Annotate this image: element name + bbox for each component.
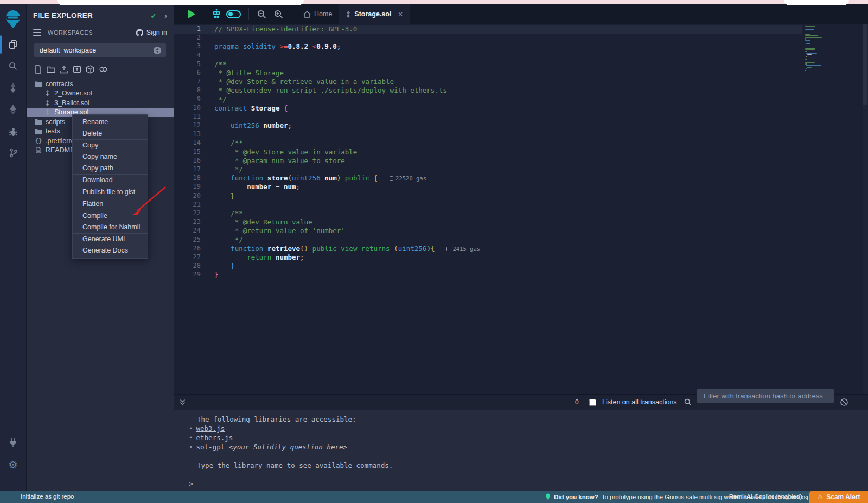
code-line-10[interactable]: contract Storage { bbox=[174, 104, 802, 113]
code-line-15[interactable]: * @dev Store value in variable bbox=[174, 148, 802, 157]
tree-item-label: 2_Owner.sol bbox=[54, 89, 92, 97]
sidebar-item-git[interactable] bbox=[0, 142, 26, 164]
sidebar-item-plugin-manager[interactable] bbox=[0, 432, 26, 454]
terminal-search-icon[interactable] bbox=[684, 398, 692, 407]
code-editor[interactable]: 1234567891011121314151617181920212223242… bbox=[174, 24, 868, 394]
code-line-20[interactable]: } bbox=[174, 192, 802, 201]
terminal-header: 0 Listen on all transactions bbox=[174, 394, 868, 410]
sidebar-item-settings[interactable]: ⚙ bbox=[0, 454, 26, 475]
ai-copilot-robot-icon[interactable] bbox=[211, 9, 222, 20]
code-line-12[interactable]: uint256 number; bbox=[174, 121, 802, 130]
sidebar-item-search[interactable] bbox=[0, 55, 26, 77]
home-icon bbox=[303, 11, 311, 18]
tab-storage-sol[interactable]: Storage.sol ✕ bbox=[339, 4, 409, 24]
code-content[interactable]: // SPDX-License-Identifier: GPL-3.0pragm… bbox=[174, 25, 802, 279]
init-git-repo-button[interactable]: Initialize as git repo bbox=[21, 493, 74, 500]
code-line-4[interactable] bbox=[174, 51, 802, 60]
close-tab-icon[interactable]: ✕ bbox=[398, 11, 403, 18]
tree-item-2-owner-sol[interactable]: 2_Owner.sol bbox=[27, 89, 174, 99]
link-icon[interactable] bbox=[99, 65, 108, 74]
code-line-1[interactable]: // SPDX-License-Identifier: GPL-3.0 bbox=[174, 25, 802, 34]
menu-item-copy-path[interactable]: Copy path bbox=[73, 163, 148, 174]
code-line-13[interactable] bbox=[174, 130, 802, 139]
code-line-5[interactable]: /** bbox=[174, 60, 802, 69]
terminal-line: •ethers.js bbox=[189, 433, 868, 442]
sidebar-item-deploy-run[interactable] bbox=[0, 99, 26, 120]
code-line-22[interactable]: /** bbox=[174, 209, 802, 218]
hamburger-menu-icon[interactable] bbox=[33, 28, 41, 37]
chevron-right-icon[interactable]: › bbox=[164, 11, 167, 20]
menu-item-flatten[interactable]: Flatten bbox=[73, 198, 148, 210]
terminal-collapse-icon[interactable] bbox=[179, 399, 186, 406]
terminal-output[interactable]: The following libraries are accessible:•… bbox=[174, 410, 868, 491]
transaction-filter-input[interactable] bbox=[697, 389, 834, 403]
solidity-icon bbox=[43, 109, 52, 115]
zoom-in-icon[interactable] bbox=[273, 9, 284, 20]
gas-estimate: 22520 gas bbox=[390, 175, 426, 182]
code-line-7[interactable]: * @dev Store & retrieve value in a varia… bbox=[174, 78, 802, 86]
listen-all-transactions-label: Listen on all transactions bbox=[602, 398, 677, 406]
tree-item-label: tests bbox=[46, 127, 60, 135]
tree-item-3-ballot-sol[interactable]: 3_Ballot.sol bbox=[27, 98, 174, 108]
copilot-status[interactable]: RemixAI Copilot (enabled) bbox=[729, 493, 802, 500]
scam-alert-label: Scam Alert bbox=[826, 493, 860, 501]
upload-folder-icon[interactable] bbox=[73, 65, 81, 74]
code-line-28[interactable]: } bbox=[174, 262, 802, 270]
sidebar-item-debugger[interactable] bbox=[0, 120, 26, 142]
tab-home[interactable]: Home bbox=[297, 4, 339, 24]
menu-item-compile[interactable]: Compile bbox=[73, 210, 148, 222]
sidebar-item-solidity-compiler[interactable] bbox=[0, 77, 26, 99]
new-folder-icon[interactable] bbox=[47, 65, 55, 74]
code-line-9[interactable]: */ bbox=[174, 95, 802, 104]
menu-item-generate-uml[interactable]: Generate UML bbox=[73, 234, 148, 245]
plug-icon bbox=[8, 438, 18, 448]
editor-scrollbar[interactable] bbox=[863, 24, 868, 394]
code-line-21[interactable] bbox=[174, 201, 802, 209]
folder-icon bbox=[34, 128, 43, 134]
terminal-link[interactable]: ethers.js bbox=[196, 434, 233, 442]
activity-bar: ⚙ bbox=[0, 0, 26, 491]
sidebar-item-file-explorer[interactable] bbox=[0, 34, 26, 55]
menu-item-publish-file-to-gist[interactable]: Publish file to gist bbox=[73, 186, 148, 198]
code-line-8[interactable]: * @custom:dev-run-script ./scripts/deplo… bbox=[174, 86, 802, 95]
listen-all-transactions-checkbox[interactable] bbox=[589, 399, 596, 406]
minimap[interactable] bbox=[802, 26, 840, 72]
code-line-3[interactable]: pragma solidity >=0.8.2 <0.9.0; bbox=[174, 42, 802, 51]
cube-icon[interactable] bbox=[86, 65, 94, 74]
code-line-11[interactable] bbox=[174, 113, 802, 121]
run-script-button[interactable] bbox=[188, 10, 195, 18]
code-line-6[interactable]: * @title Storage bbox=[174, 69, 802, 78]
code-line-14[interactable]: /** bbox=[174, 139, 802, 147]
code-line-29[interactable]: } bbox=[174, 270, 802, 279]
menu-item-copy-name[interactable]: Copy name bbox=[73, 151, 148, 163]
upload-file-icon[interactable] bbox=[60, 65, 68, 74]
code-line-23[interactable]: * @dev Return value bbox=[174, 218, 802, 227]
code-line-2[interactable] bbox=[174, 34, 802, 42]
copilot-toggle[interactable] bbox=[226, 10, 241, 18]
terminal-link[interactable]: web3.js bbox=[196, 424, 225, 433]
menu-item-copy[interactable]: Copy bbox=[73, 140, 148, 151]
code-line-24[interactable]: * @return value of 'number' bbox=[174, 227, 802, 235]
check-icon: ✓ bbox=[150, 11, 157, 20]
code-line-27[interactable]: return number; bbox=[174, 253, 802, 262]
clear-console-icon[interactable] bbox=[840, 398, 848, 407]
workspace-select[interactable]: default_workspace bbox=[34, 43, 166, 57]
code-line-26[interactable]: function retrieve() public view returns … bbox=[174, 244, 802, 253]
code-line-25[interactable]: */ bbox=[174, 236, 802, 244]
sign-in-button[interactable]: Sign in bbox=[136, 29, 167, 37]
tree-item-contracts[interactable]: contracts bbox=[27, 79, 174, 89]
menu-item-compile-for-nahmii[interactable]: Compile for Nahmii bbox=[73, 222, 148, 233]
zoom-out-icon[interactable] bbox=[257, 9, 267, 20]
menu-item-delete[interactable]: Delete bbox=[73, 128, 148, 139]
scam-alert-button[interactable]: ⚠ Scam Alert bbox=[809, 491, 868, 503]
code-line-18[interactable]: function store(uint256 num) public {2252… bbox=[174, 174, 802, 183]
code-line-16[interactable]: * @param num value to store bbox=[174, 157, 802, 165]
sign-in-label: Sign in bbox=[146, 29, 167, 36]
code-line-17[interactable]: */ bbox=[174, 165, 802, 174]
menu-item-download[interactable]: Download bbox=[73, 175, 148, 186]
braces-icon: {} bbox=[34, 137, 43, 144]
menu-item-generate-docs[interactable]: Generate Docs bbox=[73, 245, 148, 256]
code-line-19[interactable]: number = num; bbox=[174, 183, 802, 191]
menu-item-rename[interactable]: Rename bbox=[73, 117, 148, 128]
new-file-icon[interactable] bbox=[34, 65, 42, 74]
